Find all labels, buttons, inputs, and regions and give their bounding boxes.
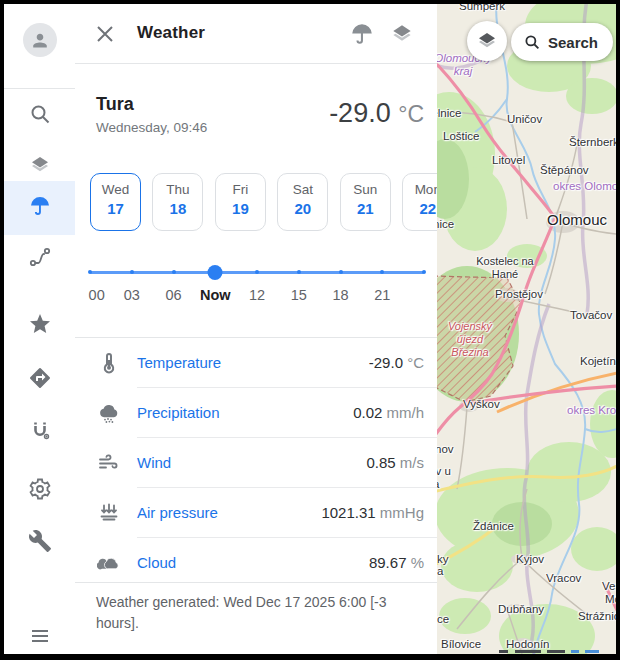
metric-row-temperature: Temperature -29.0 °C	[75, 338, 437, 388]
metric-label[interactable]: Cloud	[137, 554, 176, 571]
day-chip-sun[interactable]: Sun21	[340, 173, 391, 231]
close-icon[interactable]	[93, 22, 117, 46]
panel-header: Weather	[75, 4, 437, 64]
wrench-icon	[28, 529, 52, 557]
air-pressure-icon	[97, 501, 121, 525]
day-selector: Wed17 Thu18 Fri19 Sat20 Sun21 Mon22 Tue2…	[90, 173, 437, 235]
attribution-fragment	[499, 650, 508, 653]
map-label-fragment: a	[437, 565, 443, 577]
time-slider[interactable]: 00 03 06 Now 12 15 18 21	[90, 254, 424, 314]
map-label-district: okres Olomouc	[553, 180, 616, 192]
star-icon	[28, 312, 52, 340]
gear-icon	[28, 477, 52, 505]
search-icon	[523, 33, 541, 51]
map-view[interactable]: Šumperk Olomoucký kraj Mohelnice Loštice…	[437, 4, 616, 654]
metric-row-precipitation: Precipitation 0.02 mm/h	[75, 388, 437, 438]
map-label-fragment: ce	[437, 613, 449, 625]
attribution-fragment	[571, 650, 579, 653]
menu-icon	[28, 624, 52, 652]
attribution-fragment	[515, 650, 541, 653]
sidebar-item-favorites[interactable]	[18, 304, 62, 348]
map-label-city: Loštice	[443, 130, 479, 142]
metric-row-cloud: Cloud 89.67 %	[75, 538, 437, 588]
person-icon	[23, 23, 57, 57]
sidebar-item-settings[interactable]	[18, 469, 62, 513]
metric-value: 0.02 mm/h	[353, 404, 424, 421]
map-label-city: Slavkov u	[437, 465, 451, 477]
metric-label[interactable]: Precipitation	[137, 404, 220, 421]
metric-value: 89.67 %	[369, 554, 424, 571]
day-chip-sat[interactable]: Sat20	[277, 173, 328, 231]
map-label-district: okres Kroměříž	[567, 404, 616, 416]
map-label-city: Ždánice	[473, 520, 514, 532]
sidebar-item-routes[interactable]	[18, 237, 62, 281]
metric-value: 1021.31 mmHg	[321, 504, 424, 521]
map-label-city: Tovačov	[570, 309, 612, 321]
map-label-fragment: ky	[437, 553, 449, 565]
map-label-city: Olomouc	[547, 211, 607, 228]
time-label-now: Now	[200, 287, 231, 303]
map-label-city: Strážnice	[578, 610, 616, 622]
sidebar-item-weather[interactable]	[18, 186, 62, 230]
weather-panel: Weather Tura Wednesday, 09:46 -29.0 °C W…	[75, 4, 437, 654]
tracker-icon	[28, 418, 52, 446]
map-label-city: Brna	[437, 478, 439, 490]
wind-icon	[97, 451, 121, 475]
time-label: 12	[249, 287, 265, 303]
sidebar	[4, 4, 76, 654]
map-search-button[interactable]: Search	[511, 23, 613, 61]
sidebar-item-layers[interactable]	[18, 145, 62, 189]
map-label-city: Konice	[437, 218, 454, 230]
metric-label[interactable]: Wind	[137, 454, 171, 471]
directions-icon	[28, 366, 52, 394]
map-layers-button[interactable]	[467, 21, 507, 61]
metric-row-wind: Wind 0.85 m/s	[75, 438, 437, 488]
sidebar-item-tools[interactable]	[18, 521, 62, 565]
layers-icon[interactable]	[389, 21, 415, 47]
map-label-city: Uničov	[507, 113, 542, 125]
map-label-city: Kyjov	[516, 553, 544, 565]
metric-label[interactable]: Air pressure	[137, 504, 218, 521]
umbrella-icon[interactable]	[349, 21, 375, 47]
attribution-fragment	[547, 650, 565, 653]
map-label-city: Mohelnice	[437, 107, 461, 119]
time-label: 06	[165, 287, 181, 303]
map-label-city: Šumperk	[459, 4, 505, 12]
route-icon	[28, 245, 52, 273]
footer-divider	[75, 582, 437, 583]
day-chip-thu[interactable]: Thu18	[152, 173, 203, 231]
day-chip-fri[interactable]: Fri19	[215, 173, 266, 231]
location-name: Tura	[96, 94, 134, 115]
map-label-city: Bílovice	[441, 638, 481, 650]
time-label: 18	[332, 287, 348, 303]
layers-icon	[28, 153, 52, 181]
weather-generated-note: Weather generated: Wed Dec 17 2025 6:00 …	[96, 592, 426, 634]
avatar[interactable]	[18, 18, 62, 62]
search-icon	[28, 102, 52, 130]
map-label-military-area: Vojenský újezd Březina	[437, 320, 503, 359]
current-temperature: -29.0 °C	[329, 98, 424, 129]
layers-icon	[475, 29, 499, 53]
map-label-city: Litovel	[492, 154, 525, 166]
map-label-city: Šternberk	[569, 136, 616, 148]
cloud-icon	[97, 551, 121, 575]
map-label-city: Prostějov	[495, 288, 543, 300]
sidebar-item-navigation[interactable]	[18, 358, 62, 402]
day-chip-wed[interactable]: Wed17	[90, 173, 141, 231]
map-label-city: Hodonín	[506, 638, 549, 650]
sidebar-item-tracker[interactable]	[18, 410, 62, 454]
temperature-value: -29.0	[329, 98, 391, 128]
map-label-city: Moravou	[605, 593, 616, 605]
time-label: 00	[89, 287, 105, 303]
map-label-city: Vyškov	[463, 398, 500, 410]
sidebar-item-search[interactable]	[18, 94, 62, 138]
location-datetime: Wednesday, 09:46	[96, 120, 207, 135]
map-label-city: Rousínov	[437, 443, 454, 455]
panel-title: Weather	[137, 23, 205, 43]
sidebar-item-menu[interactable]	[18, 616, 62, 654]
thermometer-icon	[97, 351, 121, 375]
slider-thumb[interactable]	[208, 265, 223, 280]
metric-value: 0.85 m/s	[366, 454, 424, 471]
day-chip-mon[interactable]: Mon22	[402, 173, 437, 231]
metric-label[interactable]: Temperature	[137, 354, 221, 371]
